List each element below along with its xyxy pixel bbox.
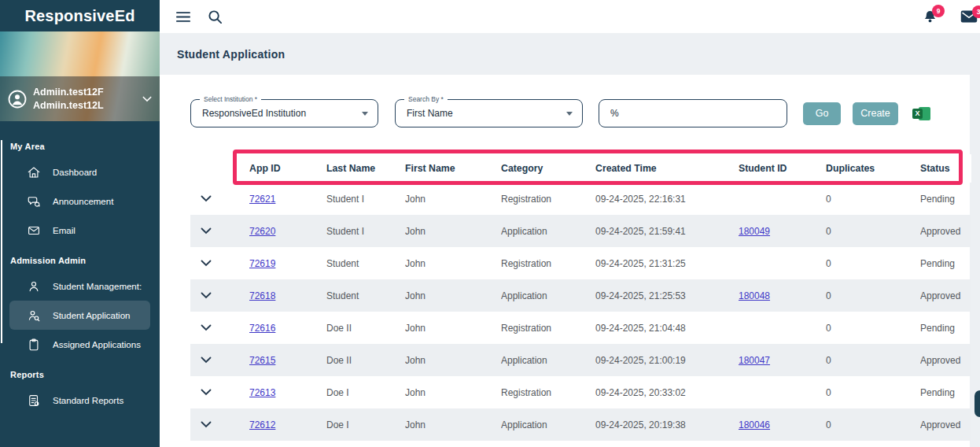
- cell-last-name: Student I: [326, 194, 405, 205]
- cell-created-time: 09-24-2025, 21:00:19: [595, 355, 739, 366]
- notification-bell-icon[interactable]: 9: [923, 9, 938, 24]
- row-expand-button[interactable]: [190, 260, 249, 267]
- create-button[interactable]: Create: [853, 102, 898, 125]
- cell-first-name: John: [405, 258, 501, 269]
- sidebar-item-announcement[interactable]: Announcement: [9, 187, 150, 216]
- excel-export-icon[interactable]: X: [912, 105, 930, 122]
- cell-last-name: Student: [326, 290, 405, 301]
- search-text-input[interactable]: [599, 99, 787, 127]
- row-expand-button[interactable]: [190, 195, 249, 202]
- chevron-down-icon[interactable]: [142, 96, 152, 102]
- institution-select-value: ResponsiveEd Institution: [202, 108, 306, 119]
- sidebar-item-label: Announcement: [53, 197, 113, 206]
- table-header-row: App IDLast NameFirst NameCategoryCreated…: [190, 154, 971, 183]
- table-body: 72621 Student I John Registration 09-24-…: [190, 183, 971, 441]
- home-icon: [27, 165, 41, 179]
- cell-status: Pending: [920, 194, 971, 205]
- sidebar-item-assigned-applications[interactable]: Assigned Applications: [9, 330, 150, 359]
- hamburger-menu-icon[interactable]: [176, 11, 190, 23]
- row-expand-button[interactable]: [190, 324, 249, 331]
- sidebar-item-standard-reports[interactable]: Standard Reports: [9, 386, 150, 415]
- column-header-first-name: First Name: [405, 163, 501, 174]
- row-expand-button[interactable]: [190, 421, 249, 428]
- cell-created-time: 09-24-2025, 22:16:31: [595, 194, 739, 205]
- search-by-select[interactable]: Search By * First Name: [395, 99, 583, 127]
- app-id-link[interactable]: 72616: [249, 323, 275, 334]
- cell-category: Registration: [501, 258, 595, 269]
- institution-select-label: Select Institution *: [200, 95, 261, 103]
- cell-first-name: John: [405, 387, 501, 398]
- nav-section-my-area: My Area: [0, 131, 160, 157]
- content-card: Select Institution * ResponsiveEd Instit…: [160, 75, 970, 447]
- app-id-link[interactable]: 72620: [249, 226, 275, 237]
- column-header-duplicates: Duplicates: [826, 163, 920, 174]
- sidebar-item-email[interactable]: Email: [9, 216, 150, 245]
- cell-duplicates: 0: [826, 290, 920, 301]
- cell-created-time: 09-24-2025, 21:04:48: [595, 323, 739, 334]
- app-logo: ResponsiveEd: [0, 0, 160, 31]
- cell-duplicates: 0: [826, 323, 920, 334]
- institution-select[interactable]: Select Institution * ResponsiveEd Instit…: [190, 99, 378, 127]
- chat-icon: [27, 194, 41, 209]
- cell-status: Pending: [920, 258, 971, 269]
- cell-last-name: Doe I: [326, 387, 405, 398]
- cell-last-name: Doe I: [326, 419, 405, 430]
- row-expand-button[interactable]: [190, 227, 249, 235]
- cell-duplicates: 0: [826, 258, 920, 269]
- sidebar-item-label: Student Management:: [53, 282, 142, 291]
- notification-badge: 9: [932, 5, 945, 17]
- row-expand-button[interactable]: [190, 389, 249, 396]
- sidebar-item-label: Assigned Applications: [53, 340, 141, 349]
- search-icon[interactable]: [208, 9, 223, 24]
- cell-category: Application: [501, 355, 595, 366]
- user-profile[interactable]: Admiin.test12F Admiin.test12L: [0, 76, 160, 121]
- cell-first-name: John: [405, 323, 501, 334]
- table-row: 72619 Student John Registration 09-24-20…: [190, 247, 971, 279]
- mail-icon[interactable]: 3: [960, 10, 978, 23]
- row-expand-button[interactable]: [190, 292, 249, 299]
- sidebar-item-label: Dashboard: [53, 168, 97, 177]
- column-header-created-time: Created Time: [595, 163, 739, 174]
- column-header-category: Category: [501, 163, 595, 174]
- cell-created-time: 09-24-2025, 20:19:38: [595, 419, 739, 430]
- go-button[interactable]: Go: [803, 102, 841, 125]
- sidebar-item-dashboard[interactable]: Dashboard: [9, 157, 150, 187]
- user-name: Admiin.test12F Admiin.test12L: [33, 86, 104, 112]
- applications-table: App IDLast NameFirst NameCategoryCreated…: [190, 154, 971, 441]
- sidebar-nav: My AreaDashboardAnnouncementEmailAdmissi…: [0, 121, 160, 415]
- column-header-status: Status: [920, 163, 971, 174]
- app-id-link[interactable]: 72621: [249, 194, 275, 205]
- app-id-link[interactable]: 72618: [249, 290, 275, 301]
- search-by-select-label: Search By *: [404, 95, 448, 103]
- avatar-icon: [8, 90, 27, 109]
- cell-duplicates: 0: [826, 194, 920, 205]
- filter-bar: Select Institution * ResponsiveEd Instit…: [190, 99, 970, 127]
- student-id-link[interactable]: 180048: [739, 290, 770, 301]
- cell-status: Pending: [920, 387, 971, 398]
- student-id-link[interactable]: 180047: [739, 355, 770, 366]
- person-icon: [27, 279, 41, 294]
- row-expand-button[interactable]: [190, 356, 249, 364]
- cell-first-name: John: [405, 194, 501, 205]
- sidebar-item-student-application[interactable]: Student Application: [9, 301, 150, 330]
- clipboard-icon: [27, 338, 41, 352]
- app-id-link[interactable]: 72612: [249, 419, 275, 430]
- cell-status: Approved: [920, 419, 971, 430]
- title-row: Student Application: [160, 33, 980, 75]
- cell-status: Approved: [920, 355, 971, 366]
- sidebar-item-label: Email: [53, 226, 76, 235]
- app-id-link[interactable]: 72613: [249, 387, 275, 398]
- floating-button-partial[interactable]: [974, 390, 980, 417]
- cell-created-time: 09-24-2025, 20:33:02: [595, 387, 739, 398]
- page-title: Student Application: [177, 48, 285, 61]
- sidebar-item-student-management[interactable]: Student Management:: [9, 272, 150, 301]
- student-id-link[interactable]: 180046: [739, 419, 770, 430]
- cell-category: Registration: [501, 194, 595, 205]
- student-id-link[interactable]: 180049: [739, 226, 770, 237]
- divider: [1, 140, 2, 343]
- mail-badge: 3: [972, 6, 980, 18]
- table-row: 72618 Student John Application 09-24-202…: [190, 279, 971, 312]
- app-id-link[interactable]: 72615: [249, 355, 275, 366]
- app-id-link[interactable]: 72619: [249, 258, 275, 269]
- table-row: 72620 Student I John Application 09-24-2…: [190, 215, 971, 247]
